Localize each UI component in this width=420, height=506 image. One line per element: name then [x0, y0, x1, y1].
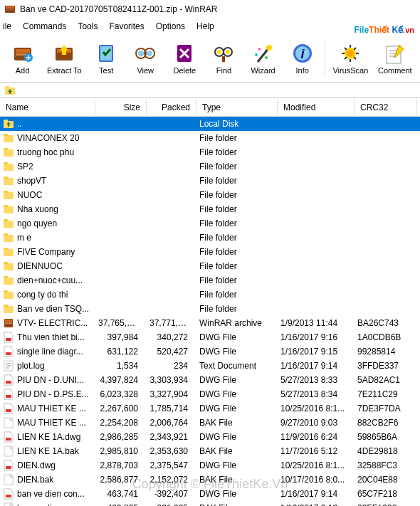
cell-size: 2,985,810	[95, 446, 147, 456]
cell-packed: 2,353,630	[147, 446, 196, 456]
svg-rect-54	[4, 262, 8, 264]
menu-tools[interactable]: Tools	[78, 21, 98, 31]
table-row[interactable]: MAU THIET KE ...2,254,2082,006,764BAK Fi…	[0, 416, 420, 430]
comment-button[interactable]: Comment	[373, 37, 417, 80]
svg-rect-74	[6, 409, 11, 412]
find-icon	[212, 42, 235, 65]
table-row[interactable]: PIU DN - D.UNI...4,397,8243,303,934DWG F…	[0, 373, 420, 387]
cell-type: BAK File	[196, 446, 278, 456]
cell-type: File folder	[196, 261, 278, 271]
cell-modified: 1/16/2017 9:14	[278, 489, 355, 499]
table-row[interactable]: ..Local Disk	[0, 117, 420, 131]
cell-packed: 520,427	[147, 347, 196, 357]
table-row[interactable]: ban ve dien con...409,835331,825BAK File…	[0, 501, 420, 506]
header-name[interactable]: Name	[0, 98, 95, 116]
cell-name: cong ty do thi	[0, 289, 95, 300]
cell-size: 6,023,328	[95, 389, 147, 399]
table-row[interactable]: VTV- ELECTRIC...37,765,75137,771,516WinR…	[0, 316, 420, 330]
svg-rect-20	[222, 56, 225, 62]
app-icon	[4, 4, 16, 15]
cell-size: 2,586,877	[95, 475, 147, 485]
cell-modified: 1/16/2017 9:16	[278, 332, 355, 342]
table-row[interactable]: Thu vien thiet bi...397,984340,272DWG Fi…	[0, 330, 420, 344]
table-row[interactable]: Nha xuongFile folder	[0, 202, 420, 216]
svg-rect-63	[5, 322, 12, 324]
menu-commands[interactable]: Commands	[23, 21, 66, 31]
table-row[interactable]: dien+nuoc+cuu...File folder	[0, 273, 420, 288]
table-row[interactable]: ngo quyenFile folder	[0, 216, 420, 231]
table-row[interactable]: ban ve dien con...463,741-392,407DWG Fil…	[0, 487, 420, 501]
comment-icon	[384, 42, 406, 65]
extract-button[interactable]: Extract To	[42, 37, 86, 80]
table-row[interactable]: DIEN.dwg2,878,7032,375,547DWG File10/25/…	[0, 458, 420, 473]
table-row[interactable]: Ban ve dien TSQ...File folder	[0, 302, 420, 316]
table-row[interactable]: NUOCFile folder	[0, 188, 420, 202]
table-row[interactable]: m eFile folder	[0, 231, 420, 245]
cell-name: shopVT	[0, 175, 95, 186]
cell-crc: 03FFA938	[355, 503, 417, 506]
cell-type: DWG File	[196, 460, 278, 470]
svg-point-14	[147, 51, 152, 56]
table-row[interactable]: shopVTFile folder	[0, 174, 420, 188]
table-row[interactable]: truong hoc phuFile folder	[0, 145, 420, 159]
svg-rect-59	[4, 306, 14, 313]
wizard-button[interactable]: Wizard	[243, 37, 283, 80]
cell-name: DIEN.dwg	[0, 460, 95, 471]
menu-help[interactable]: Help	[196, 21, 214, 31]
table-row[interactable]: LIEN KE 1A.bak2,985,8102,353,630BAK File…	[0, 444, 420, 458]
cell-name: PIU DN - D.UNI...	[0, 374, 95, 386]
svg-rect-46	[4, 205, 8, 207]
add-button[interactable]: Add	[3, 37, 42, 80]
cell-type: BAK File	[196, 503, 278, 506]
table-row[interactable]: MAU THIET KE ...2,267,6001,785,714DWG Fi…	[0, 401, 420, 416]
cell-size: 463,741	[95, 489, 147, 499]
cell-modified: 10/25/2016 8:1...	[278, 460, 355, 470]
cell-size: 631,122	[95, 347, 147, 357]
delete-button[interactable]: Delete	[165, 37, 204, 80]
table-row[interactable]: LIEN KE 1A.dwg2,986,2852,343,921DWG File…	[0, 430, 420, 444]
info-button[interactable]: i Info	[283, 37, 322, 80]
address-bar[interactable]	[0, 83, 420, 98]
menu-options[interactable]: Options	[156, 21, 185, 31]
find-button[interactable]: Find	[204, 37, 243, 80]
cell-crc: 20C04E88	[355, 475, 417, 485]
cell-packed: 234	[147, 361, 196, 371]
file-list[interactable]: ..Local DiskVINACONEX 20File foldertruon…	[0, 117, 420, 506]
virusscan-button[interactable]: VirusScan	[328, 37, 372, 80]
toolbar-separator	[325, 41, 325, 76]
header-type[interactable]: Type	[196, 98, 278, 116]
header-crc[interactable]: CRC32	[355, 98, 417, 116]
cell-type: File folder	[196, 147, 278, 157]
table-row[interactable]: VINACONEX 20File folder	[0, 131, 420, 145]
table-row[interactable]: single line diagr...631,122520,427DWG Fi…	[0, 344, 420, 359]
cell-name: DIEN.bak	[0, 474, 95, 485]
cell-name: MAU THIET KE ...	[0, 417, 95, 428]
table-row[interactable]: plot.log1,534234Text Document1/16/2017 9…	[0, 359, 420, 373]
svg-rect-53	[4, 263, 14, 270]
svg-rect-51	[4, 249, 14, 256]
table-row[interactable]: PIU DN - D.PS.E...6,023,3283,327,904DWG …	[0, 387, 420, 401]
cell-modified: 9/27/2010 9:03	[278, 418, 355, 428]
table-row[interactable]: FIVE CompanyFile folder	[0, 245, 420, 259]
svg-rect-62	[5, 320, 12, 322]
header-packed[interactable]: Packed	[147, 98, 196, 116]
header-modified[interactable]: Modified	[278, 98, 355, 116]
svg-rect-65	[6, 338, 11, 341]
header-size[interactable]: Size	[95, 98, 147, 116]
cell-name: PIU DN - D.PS.E...	[0, 389, 95, 400]
svg-rect-43	[4, 192, 14, 199]
menu-favorites[interactable]: Favorites	[109, 21, 144, 31]
table-row[interactable]: DIEN.bak2,586,8772,152,072BAK File10/17/…	[0, 473, 420, 487]
view-button[interactable]: View	[126, 37, 165, 80]
test-button[interactable]: Test	[87, 37, 126, 80]
cell-name: LIEN KE 1A.dwg	[0, 431, 95, 443]
menu-file[interactable]: ile	[3, 21, 11, 31]
svg-rect-36	[4, 134, 8, 136]
table-row[interactable]: DIENNUOCFile folder	[0, 259, 420, 273]
svg-rect-32	[5, 86, 9, 88]
wizard-icon	[252, 42, 275, 65]
table-row[interactable]: SP2File folder	[0, 159, 420, 174]
cell-modified: 10/25/2016 8:1...	[278, 404, 355, 413]
table-row[interactable]: cong ty do thiFile folder	[0, 288, 420, 302]
cell-crc: 3FFDE337	[355, 361, 417, 371]
